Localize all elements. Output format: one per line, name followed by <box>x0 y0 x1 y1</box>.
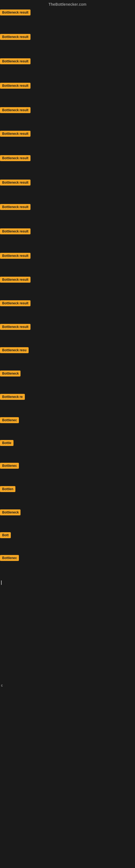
bottleneck-badge: Bottleneck result <box>0 9 31 16</box>
bottleneck-badge: Bottlenec <box>0 417 19 423</box>
bottleneck-result-item: Bottleneck re <box>0 394 25 401</box>
bottleneck-result-item: Bottleneck result <box>0 324 31 331</box>
bottleneck-badge: Bottlenec <box>0 555 19 561</box>
bottleneck-result-item: Bottleneck <box>0 509 20 517</box>
bottleneck-badge: Bottleneck resu <box>0 347 29 353</box>
bottleneck-badge: Bottleneck result <box>0 324 31 330</box>
bottleneck-result-item: Bottleneck result <box>0 180 31 187</box>
bottleneck-badge: Bottleneck result <box>0 131 31 137</box>
small-char: c <box>1 684 3 687</box>
bottleneck-badge: Bottleneck result <box>0 277 31 283</box>
bottleneck-badge: Bottleneck <box>0 509 20 516</box>
bottleneck-result-item: Bottlenec <box>0 463 19 470</box>
bottleneck-result-item: Bottleneck <box>0 371 20 378</box>
bottleneck-result-item: Bottleneck result <box>0 277 31 284</box>
bottleneck-result-item: Bottleneck result <box>0 204 31 211</box>
bottleneck-badge: Bottleneck <box>0 371 20 376</box>
bottleneck-badge: Bottleneck result <box>0 180 31 186</box>
bottleneck-badge: Bottleneck re <box>0 394 25 400</box>
bottleneck-result-item: Bottleneck result <box>0 155 31 162</box>
bottleneck-result-item: Bottle <box>0 440 13 447</box>
bottleneck-result-item: Bottleneck result <box>0 228 31 236</box>
bottleneck-result-item: Bottleneck result <box>0 34 31 41</box>
bottleneck-result-item: Bottleneck result <box>0 107 31 114</box>
bottleneck-badge: Bott <box>0 532 11 538</box>
bottleneck-badge: Bottleneck result <box>0 155 31 161</box>
bottleneck-result-item: Bottleneck result <box>0 9 31 17</box>
bottleneck-badge: Bottleneck result <box>0 83 31 89</box>
bottleneck-result-item: Bott <box>0 532 11 539</box>
bottleneck-badge: Bottleneck result <box>0 34 31 40</box>
bottleneck-result-item: Bottlenec <box>0 555 19 562</box>
bottleneck-badge: Bottleneck result <box>0 204 31 210</box>
site-header: TheBottlenecker.com <box>0 0 135 8</box>
site-title: TheBottlenecker.com <box>48 2 86 6</box>
bottleneck-result-item: Bottleneck result <box>0 300 31 307</box>
bottleneck-result-item: Bottleneck result <box>0 253 31 260</box>
bottleneck-badge: Bottleneck result <box>0 107 31 113</box>
bottleneck-badge: Bottle <box>0 440 13 446</box>
bottleneck-result-item: Bottlenec <box>0 417 19 424</box>
bottleneck-result-item: Bottlen <box>0 486 15 493</box>
bottleneck-badge: Bottleneck result <box>0 300 31 306</box>
bottleneck-result-item: Bottleneck result <box>0 58 31 65</box>
bottleneck-result-item: Bottleneck resu <box>0 347 29 354</box>
text-cursor <box>1 581 2 585</box>
bottleneck-badge: Bottleneck result <box>0 228 31 235</box>
bottleneck-badge: Bottleneck result <box>0 253 31 259</box>
bottleneck-result-item: Bottleneck result <box>0 131 31 138</box>
bottleneck-result-item: Bottleneck result <box>0 83 31 90</box>
bottleneck-badge: Bottlenec <box>0 463 19 469</box>
bottleneck-badge: Bottleneck result <box>0 58 31 64</box>
bottleneck-badge: Bottlen <box>0 486 15 492</box>
